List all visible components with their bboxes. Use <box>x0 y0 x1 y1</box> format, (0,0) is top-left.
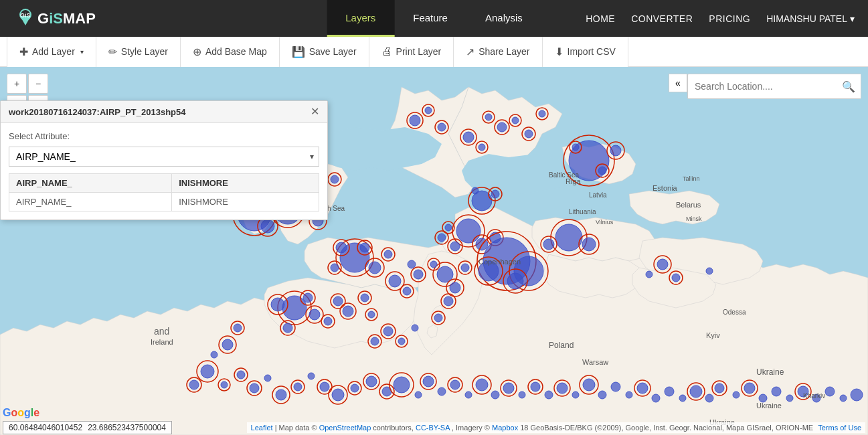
svg-text:GiS: GiS <box>20 12 31 19</box>
user-menu[interactable]: HIMANSHU PATEL ▾ <box>766 13 855 24</box>
share-layer-button[interactable]: ↗ Share Layer <box>454 37 542 67</box>
share-icon: ↗ <box>466 46 474 58</box>
svg-point-97 <box>283 323 292 333</box>
toolbar: ✚ Add Layer ▾ ✏ Style Layer ⊕ Add Base M… <box>0 37 868 67</box>
center-tab-group: Layers Feature Analysis <box>327 0 541 37</box>
svg-point-128 <box>657 259 668 270</box>
add-layer-button[interactable]: ✚ Add Layer ▾ <box>7 37 96 67</box>
table-row: AIRP_NAME_ INISHMORE <box>9 193 319 211</box>
svg-point-196 <box>611 382 620 392</box>
svg-point-190 <box>557 383 568 394</box>
map-area[interactable]: Copenhagen Riga Latvia Lithuania Vilnius… <box>0 67 868 435</box>
tab-layers[interactable]: Layers <box>327 0 394 37</box>
contributors-text: contributors, <box>373 424 416 432</box>
svg-text:Odessa: Odessa <box>723 309 746 316</box>
svg-text:Minsk: Minsk <box>686 215 702 222</box>
svg-point-113 <box>389 275 401 287</box>
svg-point-48 <box>525 130 533 138</box>
search-button[interactable]: 🔍 <box>837 74 861 98</box>
svg-point-193 <box>583 379 595 391</box>
svg-point-181 <box>476 379 488 391</box>
logo[interactable]: GiS GiS MAP <box>13 7 96 31</box>
add-base-map-button[interactable]: ⊕ Add Base Map <box>181 37 280 67</box>
svg-point-217 <box>825 387 835 396</box>
collapse-button[interactable]: « <box>669 74 687 92</box>
svg-point-24 <box>360 243 369 252</box>
svg-point-93 <box>343 306 353 317</box>
svg-point-141 <box>234 324 242 332</box>
search-box: 🔍 <box>687 74 861 99</box>
top-navigation: GiS GiS MAP Layers Feature Analysis HOME… <box>0 0 868 37</box>
svg-text:Latvia: Latvia <box>589 191 607 199</box>
style-layer-button[interactable]: ✏ Style Layer <box>96 37 181 67</box>
svg-point-138 <box>371 337 379 345</box>
svg-point-64 <box>491 190 499 198</box>
dropdown-arrow-icon: ▾ <box>80 48 84 56</box>
popup-header: work20180716124037:AIRP_PT_2013shp54 ✕ <box>1 101 327 123</box>
attribute-popup: work20180716124037:AIRP_PT_2013shp54 ✕ S… <box>0 100 328 220</box>
svg-point-119 <box>408 260 416 268</box>
svg-point-177 <box>438 387 446 396</box>
svg-point-111 <box>461 264 469 272</box>
svg-point-20 <box>369 262 381 274</box>
svg-point-218 <box>840 395 847 402</box>
svg-point-89 <box>333 296 343 306</box>
svg-point-146 <box>201 365 214 378</box>
nav-home[interactable]: HOME <box>586 13 615 24</box>
svg-point-12 <box>261 220 274 233</box>
table-header-value: INISHMORE <box>172 174 319 193</box>
leaflet-link[interactable]: Leaflet <box>251 424 273 432</box>
osm-link[interactable]: OpenStreetMap <box>319 424 371 432</box>
svg-text:Estonia: Estonia <box>653 184 678 192</box>
svg-point-44 <box>497 122 507 132</box>
svg-point-136 <box>398 338 405 345</box>
svg-point-109 <box>430 261 437 268</box>
table-header-name: AIRP_NAME_ <box>9 174 172 193</box>
svg-point-200 <box>652 394 660 402</box>
svg-point-34 <box>450 242 460 251</box>
save-layer-button[interactable]: 💾 Save Layer <box>280 37 369 67</box>
mapbox-link[interactable]: Mapbox <box>492 424 518 432</box>
svg-point-180 <box>465 392 472 398</box>
svg-point-95 <box>361 294 369 302</box>
zoom-out-button[interactable]: − <box>28 74 48 94</box>
svg-point-66 <box>472 187 479 194</box>
imagery-text: , Imagery © <box>452 424 492 432</box>
svg-point-91 <box>324 317 332 325</box>
search-input[interactable] <box>688 77 837 96</box>
nav-converter[interactable]: CONVERTER <box>631 13 693 24</box>
tab-analysis[interactable]: Analysis <box>466 0 541 37</box>
popup-close-button[interactable]: ✕ <box>311 106 319 117</box>
svg-point-192 <box>572 392 579 398</box>
svg-point-145 <box>211 351 218 358</box>
svg-text:Ukraine: Ukraine <box>756 367 784 377</box>
svg-point-198 <box>637 383 648 394</box>
zoom-in-button[interactable]: + <box>7 74 27 94</box>
svg-point-105 <box>444 296 453 306</box>
user-name: HIMANSHU PATEL <box>766 13 847 24</box>
terms-link[interactable]: Terms of Use <box>818 424 861 432</box>
svg-text:Ukraine: Ukraine <box>756 402 782 410</box>
svg-point-174 <box>415 392 422 398</box>
svg-point-178 <box>450 380 460 389</box>
tab-feature[interactable]: Feature <box>394 0 466 37</box>
svg-point-175 <box>423 376 434 387</box>
svg-point-30 <box>456 219 481 243</box>
svg-point-140 <box>412 325 418 331</box>
svg-point-148 <box>189 380 199 389</box>
print-icon: 🖨 <box>381 46 392 58</box>
cc-link[interactable]: CC-BY-SA <box>416 424 450 432</box>
import-icon: ⬇ <box>555 46 563 58</box>
popup-label: Select Attribute: <box>9 131 319 141</box>
svg-point-73 <box>572 144 579 151</box>
import-csv-button[interactable]: ⬇ Import CSV <box>543 37 628 67</box>
svg-point-71 <box>598 167 606 175</box>
svg-text:Tallinn: Tallinn <box>683 175 700 182</box>
svg-point-130 <box>672 274 680 282</box>
nav-pricing[interactable]: PRICING <box>709 13 750 24</box>
print-layer-button[interactable]: 🖨 Print Layer <box>369 37 454 67</box>
svg-point-40 <box>445 224 452 231</box>
svg-text:Belarus: Belarus <box>676 201 701 209</box>
attribute-select[interactable]: AIRP_NAME_ <box>9 147 319 167</box>
geo-text: 18 GeoBasis-DE/BKG (©2009), Google, Inst… <box>520 424 813 432</box>
